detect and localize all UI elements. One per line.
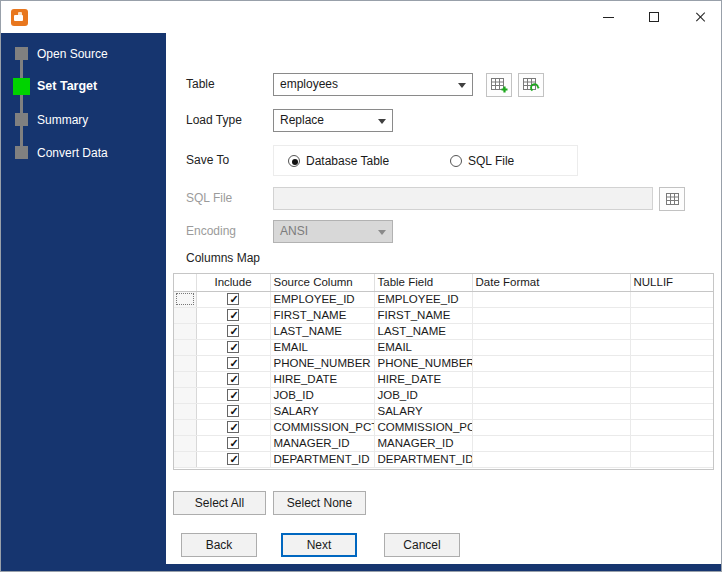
include-checkbox[interactable] — [227, 309, 239, 321]
row-header-cell[interactable] — [174, 307, 196, 323]
nullif-cell[interactable] — [630, 451, 714, 467]
row-header-cell[interactable] — [174, 355, 196, 371]
titlebar — [1, 1, 722, 33]
row-header-cell[interactable] — [174, 323, 196, 339]
header-date-format[interactable]: Date Format — [472, 274, 630, 291]
include-checkbox[interactable] — [227, 341, 239, 353]
table-row[interactable]: FIRST_NAME FIRST_NAME — [174, 307, 714, 323]
table-dropdown-value: employees — [280, 77, 338, 91]
include-checkbox[interactable] — [227, 389, 239, 401]
maximize-button[interactable] — [631, 1, 677, 33]
include-checkbox[interactable] — [227, 453, 239, 465]
window-bottom-edge — [1, 564, 722, 571]
grid-body: EMPLOYEE_ID EMPLOYEE_ID FIRST_NAME FIRST… — [174, 291, 714, 467]
next-button[interactable]: Next — [281, 533, 357, 557]
sql-file-radio-label[interactable]: SQL File — [468, 154, 514, 169]
nullif-cell[interactable] — [630, 339, 714, 355]
date-format-cell[interactable] — [472, 435, 630, 451]
row-header-cell[interactable] — [174, 419, 196, 435]
table-row[interactable]: SALARY SALARY — [174, 403, 714, 419]
include-checkbox[interactable] — [227, 293, 239, 305]
include-checkbox[interactable] — [227, 437, 239, 449]
table-row[interactable]: LAST_NAME LAST_NAME — [174, 323, 714, 339]
table-field-cell: EMAIL — [374, 339, 472, 355]
sql-file-radio[interactable] — [450, 155, 462, 167]
table-row[interactable]: MANAGER_ID MANAGER_ID — [174, 435, 714, 451]
nullif-cell[interactable] — [630, 403, 714, 419]
nullif-cell[interactable] — [630, 355, 714, 371]
table-dropdown[interactable]: employees — [273, 73, 473, 96]
nullif-cell[interactable] — [630, 419, 714, 435]
browse-sql-file-button[interactable] — [659, 187, 685, 211]
table-row[interactable]: EMAIL EMAIL — [174, 339, 714, 355]
header-include[interactable]: Include — [196, 274, 270, 291]
table-row[interactable]: HIRE_DATE HIRE_DATE — [174, 371, 714, 387]
date-format-cell[interactable] — [472, 403, 630, 419]
date-format-cell[interactable] — [472, 419, 630, 435]
nullif-cell[interactable] — [630, 307, 714, 323]
include-cell — [196, 403, 270, 419]
include-cell — [196, 323, 270, 339]
include-checkbox[interactable] — [227, 405, 239, 417]
create-table-button[interactable] — [486, 73, 512, 97]
table-row[interactable]: EMPLOYEE_ID EMPLOYEE_ID — [174, 291, 714, 307]
include-cell — [196, 355, 270, 371]
include-cell — [196, 339, 270, 355]
nullif-cell[interactable] — [630, 323, 714, 339]
include-checkbox[interactable] — [227, 357, 239, 369]
load-type-dropdown[interactable]: Replace — [273, 109, 393, 132]
header-nullif[interactable]: NULLIF — [630, 274, 714, 291]
source-column-cell: FIRST_NAME — [270, 307, 374, 323]
row-header-cell[interactable] — [174, 435, 196, 451]
nullif-cell[interactable] — [630, 435, 714, 451]
row-header-cell[interactable] — [174, 371, 196, 387]
cancel-button[interactable]: Cancel — [384, 533, 460, 557]
nullif-cell[interactable] — [630, 291, 714, 307]
back-button[interactable]: Back — [181, 533, 257, 557]
table-row[interactable]: JOB_ID JOB_ID — [174, 387, 714, 403]
wizard-sidebar: Open Source Set Target Summary Convert D… — [1, 33, 166, 572]
date-format-cell[interactable] — [472, 307, 630, 323]
minimize-icon — [603, 17, 614, 18]
database-table-radio-label[interactable]: Database Table — [306, 154, 389, 169]
table-field-cell: FIRST_NAME — [374, 307, 472, 323]
header-table-field[interactable]: Table Field — [374, 274, 472, 291]
row-header-cell[interactable] — [174, 403, 196, 419]
row-header-cell[interactable] — [174, 339, 196, 355]
table-row[interactable]: PHONE_NUMBER PHONE_NUMBER — [174, 355, 714, 371]
include-checkbox[interactable] — [227, 325, 239, 337]
include-cell — [196, 307, 270, 323]
save-to-label: Save To — [186, 149, 229, 171]
date-format-cell[interactable] — [472, 355, 630, 371]
table-field-cell: JOB_ID — [374, 387, 472, 403]
date-format-cell[interactable] — [472, 371, 630, 387]
nullif-cell[interactable] — [630, 371, 714, 387]
table-field-cell: HIRE_DATE — [374, 371, 472, 387]
table-row[interactable]: DEPARTMENT_ID DEPARTMENT_ID — [174, 451, 714, 467]
step-marker-summary — [15, 113, 28, 126]
refresh-tables-button[interactable] — [518, 73, 544, 97]
select-none-button[interactable]: Select None — [273, 491, 366, 515]
main-panel: Table employees — [166, 33, 722, 566]
date-format-cell[interactable] — [472, 291, 630, 307]
row-header-cell[interactable] — [174, 387, 196, 403]
minimize-button[interactable] — [585, 1, 631, 33]
close-button[interactable] — [677, 1, 722, 33]
database-table-radio[interactable] — [288, 155, 300, 167]
row-header-cell[interactable] — [174, 451, 196, 467]
include-checkbox[interactable] — [227, 373, 239, 385]
include-checkbox[interactable] — [227, 421, 239, 433]
date-format-cell[interactable] — [472, 451, 630, 467]
include-cell — [196, 291, 270, 307]
table-refresh-icon — [523, 77, 540, 94]
date-format-cell[interactable] — [472, 323, 630, 339]
row-header-cell[interactable] — [174, 291, 196, 307]
date-format-cell[interactable] — [472, 387, 630, 403]
table-row[interactable]: COMMISSION_PCT COMMISSION_PC — [174, 419, 714, 435]
load-type-label: Load Type — [186, 109, 242, 131]
header-source-column[interactable]: Source Column — [270, 274, 374, 291]
app-icon[interactable] — [11, 9, 28, 26]
select-all-button[interactable]: Select All — [173, 491, 266, 515]
nullif-cell[interactable] — [630, 387, 714, 403]
date-format-cell[interactable] — [472, 339, 630, 355]
